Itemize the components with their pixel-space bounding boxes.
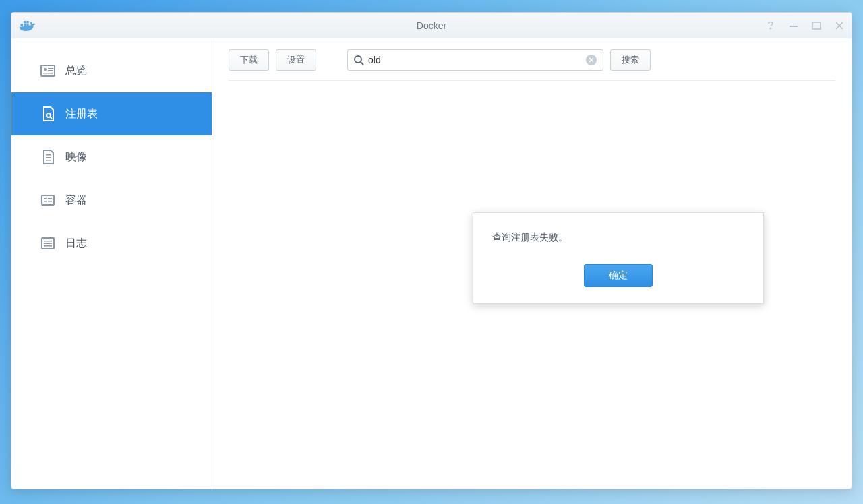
sidebar-item-containers[interactable]: 容器 [11, 179, 212, 222]
search-icon [353, 55, 364, 65]
toolbar: 下载 设置 搜索 [229, 49, 835, 81]
svg-rect-16 [46, 157, 51, 158]
svg-line-14 [50, 117, 52, 119]
sidebar-item-logs[interactable]: 日志 [11, 222, 212, 265]
svg-rect-17 [46, 160, 51, 161]
svg-rect-21 [44, 201, 47, 202]
error-dialog: 查询注册表失败。 确定 [473, 212, 764, 304]
svg-rect-18 [42, 195, 54, 205]
svg-rect-25 [44, 243, 52, 245]
docker-whale-icon [18, 19, 37, 32]
app-window: Docker 总览 [11, 12, 852, 489]
search-box[interactable] [347, 49, 603, 71]
svg-point-27 [355, 56, 361, 63]
svg-rect-19 [44, 198, 47, 199]
images-icon [40, 149, 56, 165]
search-button[interactable]: 搜索 [610, 49, 651, 71]
main-panel: 下载 设置 搜索 查询注册表失败。 确定 [212, 38, 852, 489]
svg-rect-10 [48, 68, 53, 69]
svg-rect-7 [812, 22, 821, 29]
sidebar: 总览 注册表 映像 容器 [11, 38, 212, 489]
overview-icon [40, 63, 56, 79]
titlebar: Docker [11, 13, 852, 38]
sidebar-item-overview[interactable]: 总览 [11, 49, 212, 92]
help-icon[interactable] [764, 19, 777, 32]
svg-rect-22 [48, 201, 52, 202]
window-title: Docker [417, 20, 446, 31]
svg-rect-15 [46, 154, 51, 156]
svg-rect-4 [26, 21, 29, 24]
svg-point-5 [770, 28, 771, 29]
dialog-buttons: 确定 [492, 264, 744, 287]
svg-rect-12 [43, 73, 53, 74]
window-body: 总览 注册表 映像 容器 [11, 38, 852, 489]
minimize-icon[interactable] [787, 19, 800, 32]
logs-icon [40, 235, 56, 251]
svg-rect-6 [790, 26, 798, 27]
download-button[interactable]: 下载 [229, 49, 269, 71]
svg-rect-24 [44, 241, 52, 242]
sidebar-item-label: 容器 [65, 193, 87, 208]
close-icon[interactable] [833, 19, 846, 32]
search-input[interactable] [368, 55, 585, 65]
sidebar-item-label: 日志 [65, 237, 87, 251]
svg-rect-0 [21, 24, 24, 26]
sidebar-item-label: 注册表 [65, 107, 98, 121]
settings-button[interactable]: 设置 [276, 49, 316, 71]
sidebar-item-label: 映像 [65, 150, 87, 164]
sidebar-item-label: 总览 [65, 64, 87, 78]
maximize-icon[interactable] [810, 19, 823, 32]
svg-point-9 [44, 68, 47, 71]
svg-rect-1 [24, 24, 26, 26]
sidebar-item-registry[interactable]: 注册表 [11, 92, 212, 135]
svg-rect-20 [48, 198, 52, 199]
svg-line-28 [361, 62, 363, 65]
dialog-message: 查询注册表失败。 [492, 232, 744, 244]
clear-search-icon[interactable] [585, 54, 597, 66]
svg-rect-3 [24, 21, 26, 24]
registry-icon [40, 106, 56, 122]
dialog-ok-button[interactable]: 确定 [584, 264, 653, 287]
sidebar-item-images[interactable]: 映像 [11, 135, 212, 179]
svg-rect-11 [48, 70, 53, 71]
window-controls [764, 19, 846, 32]
svg-rect-26 [44, 245, 52, 247]
containers-icon [40, 192, 56, 208]
